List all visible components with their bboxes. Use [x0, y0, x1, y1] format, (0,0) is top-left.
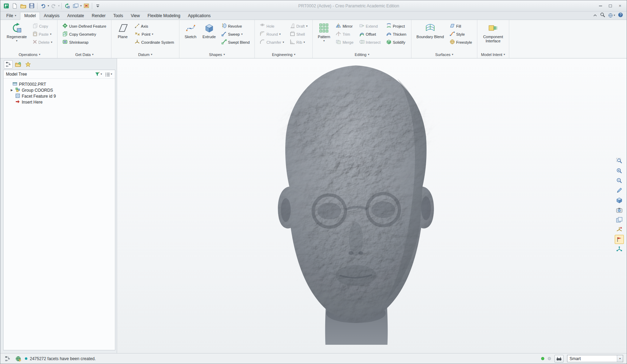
copy-button[interactable]: Copy	[31, 22, 54, 30]
user-defined-feature-button[interactable]: User-Defined Feature	[61, 22, 108, 30]
tree-settings-button[interactable]: ▾	[104, 71, 113, 78]
repaint-icon[interactable]	[615, 186, 624, 195]
shrinkwrap-button[interactable]: Shrinkwrap	[61, 38, 108, 46]
folder-browser-icon[interactable]	[14, 60, 22, 69]
windows-button[interactable]	[72, 2, 80, 10]
freestyle-button[interactable]: Freestyle	[448, 38, 474, 46]
datum-display-icon[interactable]	[615, 225, 624, 234]
tab-render[interactable]: Render	[88, 12, 109, 20]
group-label-engineering[interactable]: Engineering▾	[255, 51, 312, 58]
tab-view[interactable]: View	[127, 12, 144, 20]
expand-arrow-icon[interactable]: ▶	[10, 89, 14, 92]
restore-button[interactable]	[606, 2, 615, 9]
draft-button[interactable]: Draft ▾	[288, 22, 309, 30]
point-button[interactable]: Point ▾	[133, 30, 176, 38]
close-window-button[interactable]	[82, 2, 90, 10]
view-manager-icon[interactable]	[615, 215, 624, 224]
graphics-area[interactable]	[117, 58, 627, 353]
shell-button[interactable]: Shell	[288, 30, 309, 38]
style-button[interactable]: Style	[448, 30, 474, 38]
refit-icon[interactable]	[615, 156, 624, 166]
saved-orientations-icon[interactable]	[615, 205, 624, 215]
tree-filter-button[interactable]: ▾	[94, 71, 103, 78]
chamfer-button[interactable]: Chamfer ▾	[258, 38, 286, 46]
model-tree-toggle-icon[interactable]	[4, 355, 12, 363]
spin-center-icon[interactable]	[615, 245, 624, 254]
minimize-button[interactable]	[596, 2, 605, 9]
tree-item-group-coords[interactable]: ▶ Group COORDS	[4, 87, 114, 93]
component-interface-button[interactable]: Component Interface	[481, 22, 506, 44]
save-button[interactable]	[28, 2, 35, 10]
trim-button[interactable]: Trim	[334, 30, 355, 38]
open-file-button[interactable]	[19, 2, 27, 10]
group-label-model-intent[interactable]: Model Intent▾	[477, 51, 509, 58]
tab-flexible-modeling[interactable]: Flexible Modeling	[144, 12, 184, 20]
connect-icon[interactable]: ▾	[608, 13, 615, 18]
regenerate-button[interactable]: Regenerate ▾	[5, 22, 29, 43]
extend-button[interactable]: Extend	[357, 22, 382, 30]
tree-item-part[interactable]: PRT0002.PRT	[4, 81, 114, 87]
undo-caret-icon[interactable]: ▾	[48, 5, 49, 7]
new-file-button[interactable]	[11, 2, 19, 10]
revolve-button[interactable]: Revolve	[220, 22, 252, 30]
copy-geometry-button[interactable]: Copy Geometry	[61, 30, 108, 38]
sketch-button[interactable]: Sketch	[183, 22, 199, 40]
group-label-shapes[interactable]: Shapes▾	[179, 51, 255, 58]
model-viewport[interactable]	[261, 61, 452, 348]
tree-item-facet-feature[interactable]: Facet Feature id 9	[4, 93, 114, 99]
scanned-head-model[interactable]	[261, 61, 452, 347]
mirror-button[interactable]: Mirror	[334, 22, 355, 30]
windows-caret-icon[interactable]: ▾	[80, 5, 82, 7]
pattern-button[interactable]: Pattern ▾	[316, 22, 332, 43]
app-logo-icon[interactable]	[2, 2, 10, 10]
tab-analysis[interactable]: Analysis	[40, 12, 63, 20]
group-label-surfaces[interactable]: Surfaces▾	[411, 51, 477, 58]
annotation-display-icon[interactable]	[615, 235, 624, 244]
fill-button[interactable]: Fill	[448, 22, 474, 30]
group-label-operations[interactable]: Operations▾	[2, 51, 57, 58]
selection-filter-dropdown[interactable]: Smart ▾	[567, 355, 623, 362]
tab-applications[interactable]: Applications	[184, 12, 214, 20]
regenerate-quick-button[interactable]	[63, 2, 71, 10]
collapse-ribbon-icon[interactable]	[593, 13, 597, 18]
find-button[interactable]	[554, 355, 564, 363]
display-style-icon[interactable]	[615, 196, 624, 205]
tree-item-insert-here[interactable]: Insert Here	[4, 99, 114, 105]
project-button[interactable]: Project	[384, 22, 408, 30]
browser-toggle-icon[interactable]	[14, 355, 22, 363]
tab-tools[interactable]: Tools	[109, 12, 127, 20]
boundary-blend-button[interactable]: Boundary Blend	[415, 22, 445, 40]
close-button[interactable]: ×	[615, 2, 625, 9]
tab-annotate[interactable]: Annotate	[63, 12, 88, 20]
thicken-button[interactable]: Thicken	[384, 30, 408, 38]
zoom-out-icon[interactable]	[615, 176, 624, 185]
swept-blend-button[interactable]: Swept Blend	[220, 38, 252, 46]
redo-caret-icon[interactable]: ▾	[58, 5, 60, 7]
undo-button[interactable]	[39, 2, 47, 10]
group-label-editing[interactable]: Editing▾	[313, 51, 411, 58]
round-button[interactable]: Round ▾	[258, 30, 286, 38]
rib-button[interactable]: Rib ▾	[288, 38, 309, 46]
model-tree-tab-icon[interactable]	[4, 60, 13, 69]
tab-file[interactable]: File▾	[2, 12, 20, 20]
extrude-button[interactable]: Extrude	[201, 22, 218, 40]
delete-button[interactable]: Delete ▾	[31, 38, 54, 46]
offset-button[interactable]: Offset	[357, 30, 382, 38]
hole-button[interactable]: Hole	[258, 22, 286, 30]
search-icon[interactable]	[600, 12, 605, 19]
merge-button[interactable]: Merge	[334, 38, 355, 46]
axis-button[interactable]: Axis	[133, 22, 176, 30]
coordinate-system-button[interactable]: Coordinate System	[133, 38, 176, 46]
group-label-datum[interactable]: Datum▾	[111, 51, 179, 58]
help-icon[interactable]: ?	[618, 12, 623, 19]
zoom-in-icon[interactable]	[615, 166, 624, 175]
solidify-button[interactable]: Solidify	[384, 38, 408, 46]
customize-toolbar-button[interactable]	[94, 2, 102, 10]
sweep-button[interactable]: Sweep ▾	[220, 30, 252, 38]
redo-button[interactable]	[50, 2, 57, 10]
plane-button[interactable]: Plane	[115, 22, 131, 40]
group-label-get-data[interactable]: Get Data▾	[57, 51, 111, 58]
favorites-icon[interactable]	[23, 60, 32, 69]
caret-down-icon[interactable]: ▾	[617, 355, 623, 362]
intersect-button[interactable]: Intersect	[357, 38, 382, 46]
